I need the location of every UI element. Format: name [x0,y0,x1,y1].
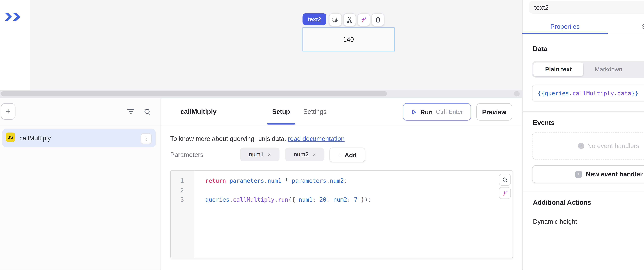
new-event-handler-button[interactable]: + New event handler [532,165,644,183]
canvas[interactable] [30,0,522,90]
empty-event-handlers-box: i No event handlers [532,132,644,160]
remove-parameter-icon[interactable]: × [268,151,271,158]
scissors-icon [346,16,353,23]
plus-icon: + [575,171,582,178]
parameters-label: Parameters [170,148,204,161]
search-icon [144,108,151,115]
bottom-panel-top-border [0,97,522,98]
trash-icon [374,16,381,23]
add-parameter-label: Add [345,151,357,159]
scrollbar-right-piece[interactable] [514,91,520,96]
run-query-button[interactable]: Run Ctrl+Enter [403,103,471,120]
code-editor[interactable]: 1 2 3 return parameters.num1 * parameter… [170,170,513,258]
segment-html[interactable]: HTML [634,62,644,76]
editor-ai-button[interactable] [499,187,511,199]
search-queries-button[interactable] [143,107,152,116]
cut-widget-button[interactable] [343,13,356,26]
code-area[interactable]: return parameters.num1 * parameters.num2… [194,171,512,258]
code-line-3: queries.callMultiply.run({ num1: 20, num… [205,195,512,205]
parameter-name: num2 [294,151,308,158]
magnifier-icon [502,177,508,183]
app-builder-screen: text2 140 [0,0,644,270]
tab-properties[interactable]: Properties [522,20,608,33]
dynamic-height-label: Dynamic height [533,217,577,226]
header-divider [0,125,522,125]
tab-settings[interactable]: Settings [296,104,334,119]
new-event-handler-label: New event handler [586,171,642,178]
query-title: callMultiply [180,103,216,120]
line-number-gutter: 1 2 3 [171,171,194,258]
segment-markdown[interactable]: Markdown [584,62,634,76]
active-tab-underline [267,123,295,124]
add-query-button[interactable]: + [1,103,16,120]
section-divider [522,191,644,191]
text-widget[interactable]: 140 [302,28,394,51]
line-number: 1 [171,176,194,185]
events-section-header: Events [533,119,555,126]
query-item-menu-button[interactable]: ⋮ [141,133,152,144]
canvas-horizontal-scrollbar[interactable] [0,90,522,97]
ai-assist-button[interactable] [357,13,370,26]
text-widget-value: 140 [343,36,354,43]
parameter-pill-num1[interactable]: num1 × [240,148,280,161]
text-format-segmented-control: Plain text Markdown HTML [532,61,644,78]
ai-sparkle-icon [360,16,367,23]
parameter-pill-num2[interactable]: num2 × [285,148,324,161]
empty-event-handlers-text: No event handlers [587,142,639,149]
tab-setup[interactable]: Setup [264,104,298,119]
ai-sparkle-icon [502,190,508,196]
additional-actions-header: Additional Actions [533,199,591,206]
js-query-type-badge: JS [6,132,15,142]
widget-name-badge[interactable]: text2 [302,13,326,25]
filter-queries-button[interactable] [126,107,135,116]
app-viewport: text2 140 [0,0,644,270]
run-shortcut: Ctrl+Enter [436,108,463,115]
delete-widget-button[interactable] [372,13,384,26]
widget-data-input[interactable]: {{queries.callMultiply.data}} [532,85,644,101]
data-section-header: Data [533,45,548,52]
marquee-select-icon [332,16,339,23]
scrollbar-thumb[interactable] [1,91,387,96]
info-icon: i [578,143,584,149]
run-label: Run [420,108,433,115]
segment-plain-text[interactable]: Plain text [533,62,584,76]
widget-name-input[interactable]: text2 [529,1,644,14]
marquee-select-button[interactable] [329,13,342,26]
docs-hint: To know more about querying runjs data, … [170,135,344,142]
code-line-1: return parameters.num1 * parameters.num2… [205,176,512,185]
remove-parameter-icon[interactable]: × [312,151,316,158]
query-list-item-label: callMultiply [20,129,51,147]
query-list-panel [0,98,161,270]
preview-button[interactable]: Preview [476,103,512,120]
docs-hint-text: To know more about querying runjs data, [170,135,288,142]
expand-editor-button[interactable] [499,174,511,186]
read-documentation-link[interactable]: read documentation [288,135,344,142]
play-icon [411,109,417,115]
left-rail [0,0,30,90]
section-divider [522,111,644,112]
code-line-2 [205,185,512,195]
add-parameter-button[interactable]: + Add [330,148,365,162]
tabs-divider [522,34,644,34]
parameter-name: num1 [249,151,264,158]
line-number: 3 [171,195,194,205]
line-number: 2 [171,185,194,195]
app-logo-icon [4,12,22,22]
plus-icon: + [338,151,342,159]
tab-styles[interactable]: Styles [608,20,644,33]
